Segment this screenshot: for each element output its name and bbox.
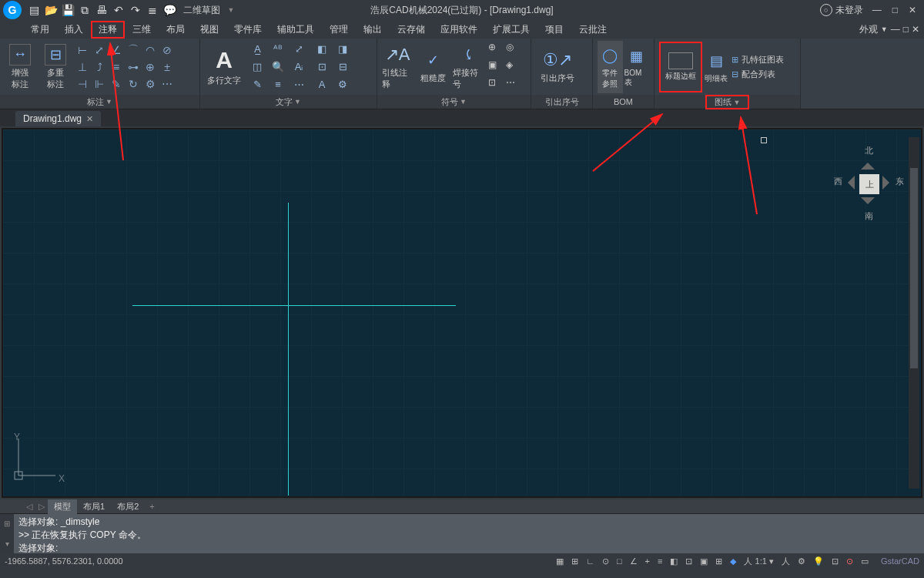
menu-output[interactable]: 输出 xyxy=(356,21,390,39)
polar-toggle-icon[interactable]: ⊙ xyxy=(601,556,611,566)
close-tab-icon[interactable]: ✕ xyxy=(86,114,93,124)
document-tab[interactable]: Drawing1.dwg ✕ xyxy=(15,111,101,126)
titleblock-button[interactable]: 标题边框 xyxy=(659,42,702,92)
enhanced-dim-button[interactable]: ↔ 增强 标注 xyxy=(5,41,35,93)
menu-cloudnote[interactable]: 云批注 xyxy=(571,21,614,39)
cycle-icon[interactable]: ⊡ xyxy=(684,556,694,566)
close-button[interactable]: ✕ xyxy=(906,5,919,15)
leader-button[interactable]: ↗A引线注释 xyxy=(382,41,413,93)
dim-baseline-icon[interactable]: ≡ xyxy=(109,60,123,74)
layout-nav-left[interactable]: ◁ xyxy=(23,502,35,512)
menu-common[interactable]: 常用 xyxy=(23,21,57,39)
dim-aligned-icon[interactable]: ⤢ xyxy=(92,43,106,57)
layout-tab-1[interactable]: 布局1 xyxy=(77,499,111,514)
dim-style-icon[interactable]: ⚙ xyxy=(143,77,157,91)
sketch-dropdown[interactable]: 二维草图 xyxy=(183,4,220,17)
model-toggle[interactable]: ▣ xyxy=(698,556,709,566)
hole-chart-button[interactable]: ⊞孔特征图表 xyxy=(730,53,785,66)
dim-edit-icon[interactable]: ✎ xyxy=(109,77,123,91)
viewcube-tri-n[interactable] xyxy=(861,156,875,170)
detaillist-button[interactable]: ▤明细表 xyxy=(704,41,728,93)
doc-restore-button[interactable]: □ xyxy=(903,24,909,35)
dim-update-icon[interactable]: ↻ xyxy=(126,77,140,91)
text-edit-icon[interactable]: ✎ xyxy=(248,77,266,92)
dropdown-icon[interactable]: ▼ xyxy=(881,25,888,33)
menu-ext[interactable]: 扩展工具 xyxy=(485,21,537,39)
undo-icon[interactable]: ↶ xyxy=(112,4,125,16)
sym6-icon[interactable]: ⋯ xyxy=(506,77,521,92)
menu-apps[interactable]: 应用软件 xyxy=(433,21,485,39)
chevron-down-icon[interactable]: ▼ xyxy=(294,98,301,106)
viewcube-tri-s[interactable] xyxy=(861,197,875,211)
dim-arc-icon[interactable]: ⌒ xyxy=(126,43,140,57)
bom-button[interactable]: ▦BOM表 xyxy=(624,41,650,93)
dim-misc-icon[interactable]: ⋯ xyxy=(160,77,174,91)
text-t4-icon[interactable]: ⊟ xyxy=(333,59,352,75)
ortho-toggle-icon[interactable]: ∟ xyxy=(584,556,596,566)
scale-readout[interactable]: 人 1:1 ▾ xyxy=(742,556,775,567)
layers-icon[interactable]: ≣ xyxy=(146,4,159,16)
minimize-button[interactable]: — xyxy=(869,5,885,15)
chevron-down-icon[interactable]: ▼ xyxy=(105,98,112,106)
osnap-toggle-icon[interactable]: □ xyxy=(615,556,624,566)
layout-tab-2[interactable]: 布局2 xyxy=(111,499,145,514)
fit-list-button[interactable]: ⊟配合列表 xyxy=(730,68,785,81)
dim-continue-icon[interactable]: ⊶ xyxy=(126,60,140,74)
dim-tol-icon[interactable]: ± xyxy=(160,60,174,74)
new-icon[interactable]: ▤ xyxy=(28,4,40,16)
redo-icon[interactable]: ↷ xyxy=(129,4,142,16)
panel-drawing-title[interactable]: 图纸 ▼ xyxy=(705,95,750,109)
dim-break-icon[interactable]: ⊣ xyxy=(75,77,89,91)
maximize-button[interactable]: □ xyxy=(889,5,901,15)
cmd-pin-icon[interactable]: ▾ xyxy=(5,539,9,548)
transparency-icon[interactable]: ◧ xyxy=(668,556,679,566)
text-t5-icon[interactable]: A xyxy=(313,77,331,92)
dyn-toggle-icon[interactable]: + xyxy=(644,556,651,566)
app-logo[interactable]: G xyxy=(3,1,22,19)
dim-ordinate-icon[interactable]: ⊥ xyxy=(75,60,89,74)
bulb-icon[interactable]: 💡 xyxy=(812,556,825,566)
appearance-dropdown[interactable]: 外观 xyxy=(859,23,878,36)
layout-nav-right[interactable]: ▷ xyxy=(35,502,48,512)
dim-angular-icon[interactable]: ∠ xyxy=(109,43,123,57)
open-icon[interactable]: 📂 xyxy=(45,4,57,16)
text-find-icon[interactable]: 🔍 xyxy=(269,59,287,75)
menu-parts[interactable]: 零件库 xyxy=(226,21,270,39)
viewcube-top[interactable]: 上 xyxy=(859,174,879,194)
sym4-icon[interactable]: ◈ xyxy=(506,59,521,75)
dim-linear-icon[interactable]: ⊢ xyxy=(75,43,89,57)
drawing-canvas[interactable]: X Y 上 北 南 东 西 xyxy=(2,128,922,498)
lock-icon[interactable]: ⊡ xyxy=(830,556,840,566)
doc-close-button[interactable]: ✕ xyxy=(912,24,919,35)
snap-toggle-icon[interactable]: ⊞ xyxy=(570,556,580,566)
saveas-icon[interactable]: ⧉ xyxy=(79,4,91,16)
dim-space-icon[interactable]: ⊩ xyxy=(92,77,106,91)
grid-toggle-icon[interactable]: ▦ xyxy=(554,556,565,566)
menu-annotate[interactable]: 注释 xyxy=(91,21,125,39)
save-icon[interactable]: 💾 xyxy=(62,4,74,16)
mtext-button[interactable]: A 多行文字 xyxy=(205,41,243,93)
text-misc-icon[interactable]: ⋯ xyxy=(290,77,308,92)
menu-manage[interactable]: 管理 xyxy=(322,21,356,39)
command-gutter[interactable]: ⊞▾ xyxy=(0,514,14,553)
roughness-button[interactable]: ✓粗糙度 xyxy=(417,41,448,93)
text-align-icon[interactable]: ≡ xyxy=(269,77,287,92)
text-check-icon[interactable]: ᴬᴮ xyxy=(269,42,287,57)
chevron-down-icon[interactable]: ▼ xyxy=(460,98,467,106)
dim-diameter-icon[interactable]: ⊘ xyxy=(160,43,174,57)
dim-jogged-icon[interactable]: ⤴ xyxy=(92,60,106,74)
menu-aux[interactable]: 辅助工具 xyxy=(270,21,322,39)
menu-project[interactable]: 项目 xyxy=(537,21,571,39)
text-single-icon[interactable]: A̲ xyxy=(248,42,266,57)
text-t1-icon[interactable]: ◧ xyxy=(313,42,331,57)
menu-layout[interactable]: 布局 xyxy=(159,21,192,39)
text-t6-icon[interactable]: ⚙ xyxy=(333,77,352,92)
chat-icon[interactable]: 💬 xyxy=(163,4,176,16)
balloon-button[interactable]: ①↗引出序号 xyxy=(536,41,579,93)
sym1-icon[interactable]: ⊕ xyxy=(488,42,504,57)
sym5-icon[interactable]: ⊡ xyxy=(488,77,504,92)
qp-toggle-icon[interactable]: ⊞ xyxy=(714,556,724,566)
clean-icon[interactable]: ▭ xyxy=(859,556,870,566)
layout-tab-model[interactable]: 模型 xyxy=(48,499,77,514)
dim-center-icon[interactable]: ⊕ xyxy=(143,60,157,74)
